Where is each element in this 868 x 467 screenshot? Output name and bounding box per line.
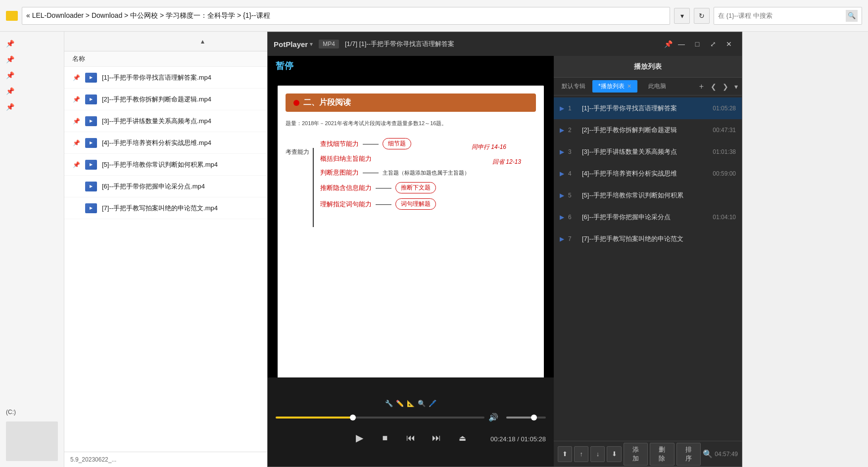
progress-track[interactable]	[276, 417, 484, 419]
video-bottom: 🔧 ✏️ 📐 🔍 🖊️ 🔊	[268, 377, 554, 467]
video-icon-3	[85, 116, 97, 126]
item-name-3: [3]--手把手讲练数量关系高频考点	[582, 147, 709, 156]
nav-pin-1[interactable]: 📌	[0, 36, 64, 51]
potplayer-logo: PotPlayer ▾	[274, 40, 313, 48]
nav-expand-btn[interactable]: ▾	[732, 83, 740, 91]
slide-row-4: 推断隐含信息能力 —— 推断下文题	[320, 182, 536, 193]
refresh-btn[interactable]: ↻	[694, 8, 710, 24]
arrow-1: ——	[363, 140, 379, 148]
play-indicator-2: ▶	[560, 127, 564, 134]
tool-icon-4[interactable]: 🔍	[418, 400, 426, 407]
playlist-items: ▶ 1 [1]--手把手带你寻找言语理解答案 01:05:28 ▶ 2 [2]-…	[554, 95, 742, 441]
pause-label: 暂停	[268, 56, 301, 76]
footer-btn-down-outer[interactable]: ⬇	[607, 446, 621, 462]
playlist-item-7[interactable]: ▶ 7 [7]--手把手教写拍案叫绝的申论范文	[554, 228, 742, 250]
sort-arrow: ▲	[200, 38, 206, 45]
stop-btn[interactable]: ■	[376, 429, 394, 447]
playlist-footer: ⬆ ↑ ↓ ⬇ 添加 删除 排序 🔍 04:57:49	[554, 441, 742, 467]
playlist-item-4[interactable]: ▶ 4 [4]--手把手培养资料分析实战思维 00:59:00	[554, 163, 742, 185]
volume-track[interactable]	[506, 417, 546, 419]
close-btn[interactable]: ✕	[722, 37, 736, 51]
next-btn[interactable]: ⏭	[428, 429, 445, 447]
toolbar-icons: 🔧 ✏️ 📐 🔍 🖊️	[385, 400, 436, 407]
tool-icon-3[interactable]: 📐	[407, 400, 415, 407]
playlist-item-2[interactable]: ▶ 2 [2]--手把手教你拆解判断命题逻辑 00:47:31	[554, 119, 742, 141]
minimize-btn[interactable]: —	[675, 37, 688, 51]
tab-close-btn[interactable]: ✕	[627, 83, 631, 89]
tool-icon-1[interactable]: 🔧	[385, 400, 393, 407]
pin-btn[interactable]: 📌	[664, 40, 673, 48]
video-icon-2	[85, 94, 97, 104]
nav-pin-4[interactable]: 📌	[0, 83, 64, 99]
fullscreen-btn[interactable]: ⤢	[706, 37, 720, 51]
tab-playlist[interactable]: *播放列表 ✕	[592, 80, 637, 93]
potplayer-name: PotPlayer	[274, 40, 308, 48]
progress-thumb	[350, 415, 356, 420]
total-time: 01:05:28	[521, 435, 546, 443]
nav-next-btn[interactable]: ❯	[721, 83, 730, 91]
item-name-6: [6]--手把手带你把握申论采分点	[582, 213, 709, 222]
ability-2: 概括归纳主旨能力	[320, 154, 372, 163]
play-btn[interactable]: ▶	[350, 429, 368, 447]
search-icon-footer[interactable]: 🔍	[703, 449, 713, 459]
playlist-tabs: 默认专辑 *播放列表 ✕ 此电脑 + ❮ ❯ ▾	[554, 78, 742, 95]
slide-dot	[293, 100, 299, 106]
item-name-7: [7]--手把手教写拍案叫绝的申论范文	[582, 234, 732, 243]
item-name-1: [1]--手把手带你寻找言语理解答案	[582, 104, 709, 113]
sort-btn[interactable]: 排序	[676, 443, 701, 466]
dropdown-btn[interactable]: ▾	[674, 8, 690, 24]
playlist-item-3[interactable]: ▶ 3 [3]--手把手讲练数量关系高频考点 01:01:38	[554, 141, 742, 163]
video-icon-5	[85, 160, 97, 170]
delete-btn[interactable]: 删除	[650, 443, 675, 466]
search-box: 🔍	[714, 7, 862, 25]
tab-computer[interactable]: 此电脑	[642, 80, 672, 93]
playlist-item-1[interactable]: ▶ 1 [1]--手把手带你寻找言语理解答案 01:05:28	[554, 97, 742, 119]
footer-btn-down[interactable]: ↓	[590, 446, 605, 462]
progress-bar-area: 🔊	[268, 413, 554, 422]
pin-icon: 📌	[6, 40, 14, 47]
search-btn[interactable]: 🔍	[846, 10, 858, 22]
slide-title: 二、片段阅读	[286, 93, 536, 112]
nav-pin-2[interactable]: 📌	[0, 51, 64, 67]
video-icon-1	[85, 73, 97, 83]
pin-icon-file-4: 📌	[72, 139, 80, 147]
eject-btn[interactable]: ⏏	[453, 429, 471, 447]
annotation-1: 同申行 14-16	[472, 143, 506, 151]
ability-5: 理解指定词句能力	[320, 200, 372, 209]
sidebar-nav: 📌 📌 📌 📌 📌 (C:)	[0, 32, 64, 467]
tag-1: 细节题	[383, 138, 411, 149]
prev-btn[interactable]: ⏮	[402, 429, 420, 447]
restore-btn[interactable]: □	[690, 37, 704, 51]
search-input[interactable]	[718, 12, 844, 19]
pin-icon-file-3: 📌	[72, 117, 80, 125]
time-display: 00:24:18 / 01:05:28	[490, 435, 546, 443]
playlist-item-5[interactable]: ▶ 5 [5]--手把手培教你常识判断如何积累	[554, 185, 742, 206]
item-num-2: 2	[568, 127, 578, 134]
pin-icon-file-5: 📌	[72, 161, 80, 169]
breadcrumb-text: « LEL-Downloader > Download > 中公网校 > 学习梯…	[26, 11, 270, 20]
footer-btn-up[interactable]: ↑	[574, 446, 588, 462]
tab-default-album[interactable]: 默认专辑	[556, 80, 591, 93]
pin-icon-file-1: 📌	[72, 74, 80, 82]
nav-pin-5[interactable]: 📌	[0, 99, 64, 115]
item-num-7: 7	[568, 235, 578, 242]
item-num-6: 6	[568, 214, 578, 221]
add-btn[interactable]: 添加	[624, 443, 648, 466]
item-num-3: 3	[568, 148, 578, 155]
item-duration-4: 00:59:00	[713, 170, 736, 177]
tab-add-btn[interactable]: +	[695, 82, 708, 91]
pin-icon-4: 📌	[6, 87, 14, 95]
tool-icon-2[interactable]: ✏️	[396, 400, 404, 407]
play-indicator-5: ▶	[560, 192, 564, 199]
annotation-2: 回省 12-13	[492, 158, 521, 166]
play-indicator-7: ▶	[560, 235, 564, 242]
item-name-5: [5]--手把手培教你常识判断如何积累	[582, 191, 732, 200]
slide-row-3: 判断意图能力 —— 主旨题（标题添加题也属于主旨题）	[320, 168, 536, 177]
nav-pin-3[interactable]: 📌	[0, 67, 64, 83]
main-content: 📌 📌 📌 📌 📌 (C:) ▲ 名称 📌 [1]--手把手带你寻找言语理解答案…	[0, 32, 868, 467]
playlist-item-6[interactable]: ▶ 6 [6]--手把手带你把握申论采分点 01:04:10	[554, 206, 742, 228]
breadcrumb[interactable]: « LEL-Downloader > Download > 中公网校 > 学习梯…	[22, 7, 670, 25]
tool-icon-5[interactable]: 🖊️	[429, 400, 436, 407]
nav-prev-btn[interactable]: ❮	[709, 83, 719, 91]
footer-btn-up-outer[interactable]: ⬆	[558, 446, 572, 462]
